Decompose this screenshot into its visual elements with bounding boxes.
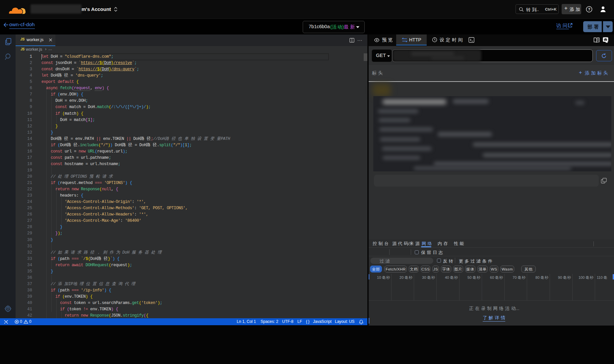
svg-text:?: ?	[588, 7, 590, 11]
